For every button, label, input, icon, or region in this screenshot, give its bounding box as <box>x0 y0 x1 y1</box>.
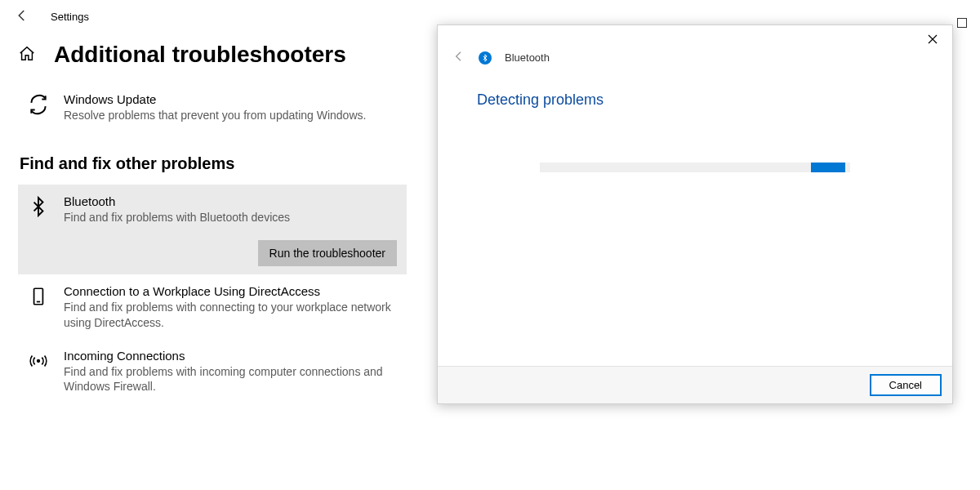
troubleshooter-windows-update[interactable]: Windows Update Resolve problems that pre… <box>18 82 407 131</box>
troubleshooter-desc: Resolve problems that prevent you from u… <box>64 108 366 123</box>
settings-page: Additional troubleshooters Windows Updat… <box>0 25 425 403</box>
maximize-icon[interactable] <box>957 18 967 28</box>
bluetooth-badge-icon <box>479 51 492 65</box>
progress-bar <box>540 163 850 172</box>
section-head: Find and fix other problems <box>20 154 407 173</box>
progress-indicator <box>811 163 845 172</box>
troubleshooter-directaccess[interactable]: Connection to a Workplace Using DirectAc… <box>18 274 407 339</box>
troubleshooter-bluetooth[interactable]: Bluetooth Find and fix problems with Blu… <box>18 185 407 274</box>
troubleshooter-desc: Find and fix problems with connecting to… <box>64 300 397 331</box>
settings-topbar: Settings <box>0 0 980 25</box>
page-title-row: Additional troubleshooters <box>18 42 407 68</box>
troubleshooter-desc: Find and fix problems with incoming comp… <box>64 364 397 395</box>
topbar-title: Settings <box>51 11 89 23</box>
dialog-back-icon[interactable] <box>452 50 466 65</box>
troubleshooter-label: Bluetooth <box>64 194 290 208</box>
dialog-footer: Cancel <box>438 366 952 403</box>
wireless-icon <box>28 350 49 372</box>
dialog-header: Bluetooth <box>438 50 952 72</box>
back-icon[interactable] <box>15 8 29 25</box>
device-icon <box>28 286 49 307</box>
dialog-content: Detecting problems <box>438 72 952 366</box>
dialog-titlebar <box>438 25 952 50</box>
bluetooth-icon <box>28 196 49 217</box>
run-troubleshooter-button[interactable]: Run the troubleshooter <box>258 240 397 266</box>
dialog-name: Bluetooth <box>505 51 550 64</box>
troubleshooter-incoming[interactable]: Incoming Connections Find and fix proble… <box>18 339 407 403</box>
cancel-button[interactable]: Cancel <box>871 375 941 395</box>
troubleshooter-dialog: Bluetooth Detecting problems Cancel <box>437 24 953 404</box>
svg-point-2 <box>38 359 40 362</box>
troubleshooter-label: Incoming Connections <box>64 349 397 363</box>
home-icon[interactable] <box>18 45 36 65</box>
close-button[interactable] <box>916 29 949 50</box>
troubleshooter-desc: Find and fix problems with Bluetooth dev… <box>64 210 290 225</box>
page-title: Additional troubleshooters <box>54 42 346 68</box>
troubleshooter-label: Windows Update <box>64 92 366 106</box>
refresh-icon <box>28 94 49 115</box>
troubleshooter-label: Connection to a Workplace Using DirectAc… <box>64 284 397 298</box>
dialog-status: Detecting problems <box>477 91 913 109</box>
